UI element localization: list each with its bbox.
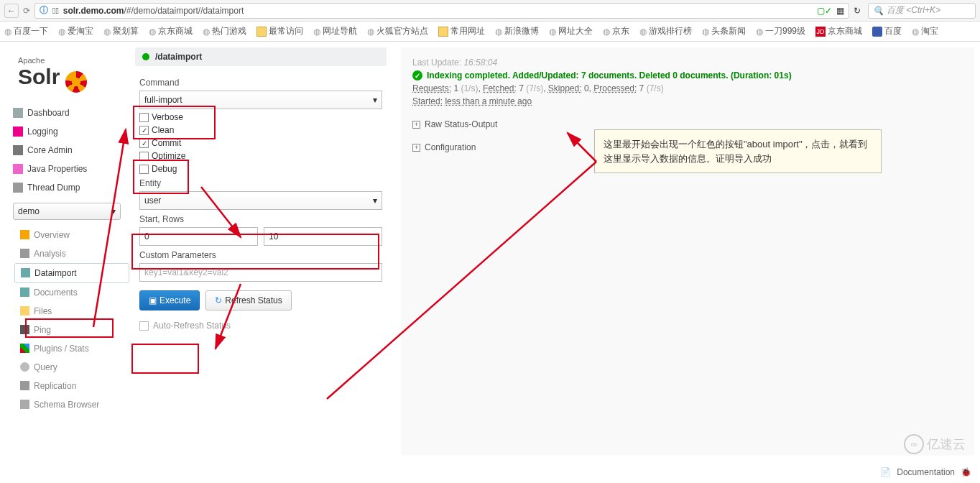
bookmark[interactable]: ◍淘宝 — [912, 25, 938, 37]
subnav-replication[interactable]: Replication — [14, 377, 129, 395]
status-stats: Requests: 1 (1/s), Fetched: 7 (7/s), Ski… — [412, 83, 963, 93]
custom-params-input[interactable]: key1=val1&key2=val2 — [139, 263, 382, 282]
subnav-ping[interactable]: Ping — [14, 321, 129, 339]
search-icon: 🔍 — [873, 6, 884, 16]
core-icon — [13, 145, 23, 155]
custom-params-label: Custom Parameters — [139, 250, 382, 260]
command-label: Command — [139, 78, 382, 88]
entity-label: Entity — [139, 178, 382, 188]
bookmark[interactable]: ◍新浪微博 — [495, 25, 539, 37]
java-icon — [13, 164, 23, 174]
replication-icon — [20, 381, 29, 390]
breadcrumb-text: /dataimport — [155, 52, 202, 62]
rows-input[interactable]: 10 — [264, 227, 382, 246]
bookmark[interactable]: ◍网址大全 — [549, 25, 593, 37]
entity-select[interactable]: user▾ — [139, 191, 382, 210]
refresh-icon: ↻ — [215, 295, 222, 305]
overview-icon — [20, 230, 29, 239]
bookmark[interactable]: 百度 — [872, 25, 902, 37]
bookmark[interactable]: JD京东商城 — [815, 25, 862, 37]
dashboard-icon — [13, 108, 23, 118]
bookmark[interactable]: ◍热门游戏 — [203, 25, 246, 37]
status-pane: Last Update: 16:58:04 ✓ Indexing complet… — [401, 47, 974, 456]
schema-icon — [20, 400, 29, 409]
execute-button[interactable]: ▣Execute — [139, 290, 200, 310]
core-selector-value: demo — [18, 206, 40, 216]
chevron-down-icon: ▾ — [373, 95, 377, 105]
start-input[interactable]: 0 — [139, 227, 258, 246]
subnav-documents[interactable]: Documents — [14, 283, 129, 302]
status-started: Started: less than a minute ago — [412, 96, 963, 106]
browser-nav-bar: ← ⟳ ⓘ 🛡̸ solr.demo.com/#/demo/dataimport… — [0, 0, 980, 22]
sidebar: Apache Solr Dashboard Logging Core Admin… — [0, 42, 129, 461]
chevron-down-icon: ▾ — [373, 196, 377, 206]
bookmark[interactable]: ◍火狐官方站点 — [367, 25, 428, 37]
nav-core-admin[interactable]: Core Admin — [7, 141, 129, 160]
bookmark[interactable]: ◍百度一下 — [4, 25, 48, 37]
bug-icon[interactable]: 🐞 — [961, 467, 971, 477]
ping-icon — [20, 325, 29, 334]
expand-icon: + — [412, 144, 420, 152]
nav-thread-dump[interactable]: Thread Dump — [7, 178, 129, 197]
documents-icon — [20, 288, 29, 297]
qr-icon[interactable]: ▦ — [836, 6, 844, 16]
url-bar[interactable]: ⓘ 🛡̸ solr.demo.com/#/demo/dataimport//da… — [34, 3, 849, 19]
documentation-link[interactable]: Documentation — [897, 467, 955, 477]
chevron-down-icon: ▾ — [111, 206, 116, 216]
nav-java-properties[interactable]: Java Properties — [7, 160, 129, 178]
bookmark[interactable]: ◍聚划算 — [103, 25, 139, 37]
bookmark[interactable]: ◍爱淘宝 — [58, 25, 93, 37]
breadcrumb: /dataimport — [135, 47, 387, 66]
bookmark[interactable]: ◍网址导航 — [313, 25, 357, 37]
bookmark[interactable]: ◍京东商城 — [149, 25, 193, 37]
nav-logging[interactable]: Logging — [7, 122, 129, 141]
check-icon: ✓ — [412, 70, 422, 80]
command-select[interactable]: full-import▾ — [139, 91, 382, 109]
subnav-schema[interactable]: Schema Browser — [14, 395, 129, 414]
subnav-files[interactable]: Files — [14, 302, 129, 321]
back-button[interactable]: ← — [4, 4, 19, 18]
subnav-analysis[interactable]: Analysis — [14, 244, 129, 263]
logging-icon — [13, 126, 23, 137]
clean-checkbox[interactable]: ✓Clean — [139, 125, 382, 135]
nav-dashboard[interactable]: Dashboard — [7, 104, 129, 122]
query-icon — [20, 362, 29, 372]
subnav-plugins[interactable]: Plugins / Stats — [14, 339, 129, 358]
auto-refresh-checkbox[interactable]: Auto-Refresh Status — [139, 321, 382, 331]
raw-status-toggle[interactable]: +Raw Status-Output — [412, 119, 963, 129]
startrows-label: Start, Rows — [139, 214, 382, 224]
subnav-dataimport[interactable]: Dataimport — [14, 263, 129, 283]
bookmark[interactable]: ◍头条新闻 — [702, 25, 746, 37]
analysis-icon — [20, 249, 29, 258]
search-placeholder: 百度 <Ctrl+K> — [887, 4, 940, 17]
files-icon — [20, 306, 29, 316]
plugins-icon — [20, 344, 29, 353]
dataimport-form: /dataimport Command full-import▾ Verbose… — [135, 47, 387, 456]
url-text: solr.demo.com/#/demo/dataimport//dataimp… — [63, 6, 813, 16]
refresh-status-button[interactable]: ↻Refresh Status — [205, 290, 291, 310]
logo-subtitle: Apache — [18, 56, 129, 65]
last-update: Last Update: 16:58:04 — [412, 58, 963, 68]
subnav-overview[interactable]: Overview — [14, 226, 129, 244]
core-selector[interactable]: demo▾ — [13, 203, 121, 220]
search-box[interactable]: 🔍 百度 <Ctrl+K> — [868, 3, 976, 19]
reload-icon[interactable]: ⟳ — [23, 6, 30, 16]
bookmark-bar: ◍百度一下 ◍爱淘宝 ◍聚划算 ◍京东商城 ◍热门游戏 最常访问 ◍网址导航 ◍… — [0, 22, 980, 42]
security-shield-icon: ▢✓ — [817, 6, 832, 16]
bookmark[interactable]: ◍一刀999级 — [756, 25, 805, 37]
debug-checkbox[interactable]: Debug — [139, 164, 382, 174]
commit-checkbox[interactable]: ✓Commit — [139, 138, 382, 148]
footer: 📄 Documentation 🐞 — [872, 461, 980, 483]
bookmark[interactable]: ◍游戏排行榜 — [639, 25, 692, 37]
verbose-checkbox[interactable]: Verbose — [139, 112, 382, 122]
bookmark[interactable]: 最常访问 — [256, 25, 303, 37]
optimize-checkbox[interactable]: Optimize — [139, 151, 382, 161]
info-icon: ⓘ — [40, 4, 48, 17]
shield-off-icon: 🛡̸ — [52, 6, 59, 16]
subnav-query[interactable]: Query — [14, 358, 129, 377]
logo-swirl-icon — [65, 71, 87, 93]
bookmark[interactable]: ◍京东 — [603, 25, 629, 37]
doc-icon: 📄 — [880, 467, 891, 477]
reload-icon[interactable]: ↻ — [854, 6, 861, 16]
bookmark[interactable]: 常用网址 — [438, 25, 485, 37]
